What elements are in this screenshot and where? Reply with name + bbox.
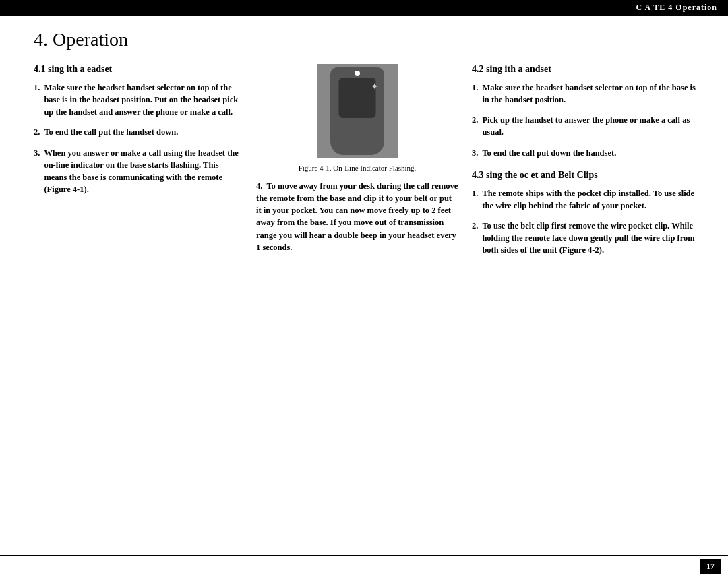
item-num: 3. xyxy=(472,147,478,159)
list-item: 3. To end the call put down the handset. xyxy=(472,147,701,159)
section-41-list: 1. Make sure the headset handset selecto… xyxy=(34,82,243,195)
columns-layout: 4.1 sing ith a eadset 1. Make sure the h… xyxy=(34,64,701,264)
col-right: 4.2 sing ith a andset 1. Make sure the h… xyxy=(472,64,701,264)
item-text: Pick up the handset to answer the phone … xyxy=(482,114,701,138)
footer: 17 xyxy=(0,555,728,577)
page-number: 17 xyxy=(700,559,721,574)
section-43-list: 1. The remote ships with the pocket clip… xyxy=(472,187,701,257)
item-num: 1. xyxy=(472,187,478,212)
device-indicator xyxy=(355,71,360,76)
item-text: To use the belt clip first remove the wi… xyxy=(482,220,701,256)
item-num: 2. xyxy=(34,126,40,138)
figure-caption: Figure 4-1. On-Line Indicator Flashing. xyxy=(256,164,458,172)
section-42-heading: 4.2 sing ith a andset xyxy=(472,64,701,75)
item-text: To end the call put the handset down. xyxy=(44,126,178,138)
item-num: 3. xyxy=(34,147,40,196)
figure-image: ✦ xyxy=(317,64,398,158)
section-41-heading: 4.1 sing ith a eadset xyxy=(34,64,243,75)
item-num: 2. xyxy=(472,220,478,256)
header-text: C A TE 4 Operation xyxy=(636,3,717,12)
section-42-list: 1. Make sure the headset handset selecto… xyxy=(472,82,701,159)
header-bar: C A TE 4 Operation xyxy=(0,0,728,16)
list-item: 1. Make sure the headset handset selecto… xyxy=(34,82,243,118)
col-middle: ✦ Figure 4-1. On-Line Indicator Flashing… xyxy=(256,64,458,264)
item-num: 1. xyxy=(34,82,40,118)
col-left: 4.1 sing ith a eadset 1. Make sure the h… xyxy=(34,64,243,264)
item-4-text: 4. To move away from your desk during th… xyxy=(256,180,458,253)
list-item: 2. To use the belt clip first remove the… xyxy=(472,220,701,256)
list-item: 3. When you answer or make a call using … xyxy=(34,147,243,196)
list-item: 2. Pick up the handset to answer the pho… xyxy=(472,114,701,138)
figure-container: ✦ Figure 4-1. On-Line Indicator Flashing… xyxy=(256,64,458,172)
item-text: Make sure the headset handset selector o… xyxy=(482,82,701,106)
item-num: 1. xyxy=(472,82,478,106)
item-text: Make sure the headset handset selector o… xyxy=(44,82,243,118)
main-content: 4. Operation 4.1 sing ith a eadset 1. Ma… xyxy=(0,16,728,278)
item-4-content: To move away from your desk during the c… xyxy=(256,181,458,252)
list-item: 1. Make sure the headset handset selecto… xyxy=(472,82,701,106)
section-43-heading: 4.3 sing the oc et and Belt Clips xyxy=(472,170,701,181)
device-body: ✦ xyxy=(330,67,384,155)
chapter-title: 4. Operation xyxy=(34,29,701,51)
list-item: 1. The remote ships with the pocket clip… xyxy=(472,187,701,212)
item-text: The remote ships with the pocket clip in… xyxy=(482,187,701,212)
item-num: 2. xyxy=(472,114,478,138)
list-item: 2. To end the call put the handset down. xyxy=(34,126,243,138)
device-star-icon: ✦ xyxy=(371,81,379,92)
item-text: When you answer or make a call using the… xyxy=(44,147,243,196)
item-4-num: 4. xyxy=(256,181,266,191)
item-text: To end the call put down the handset. xyxy=(482,147,616,159)
